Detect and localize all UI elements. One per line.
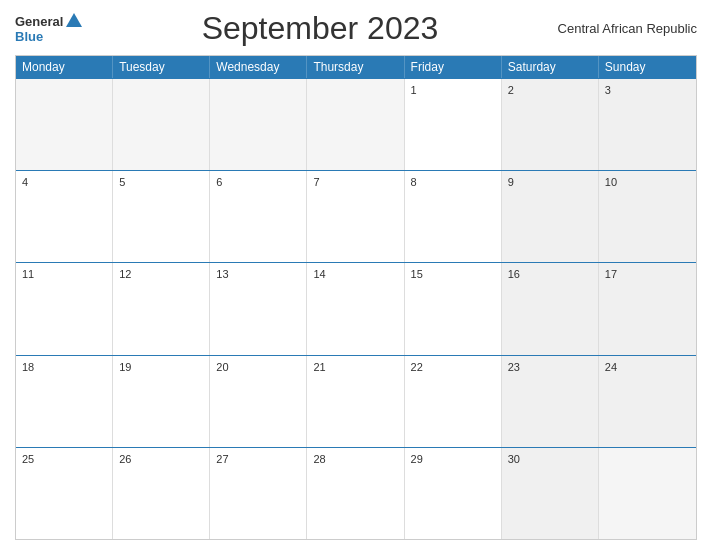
calendar-body: 1234567891011121314151617181920212223242… <box>16 78 696 539</box>
day-number: 15 <box>411 268 423 280</box>
week-row-2: 45678910 <box>16 170 696 262</box>
day-cell: 29 <box>405 448 502 539</box>
day-header-friday: Friday <box>405 56 502 78</box>
day-header-wednesday: Wednesday <box>210 56 307 78</box>
day-number: 26 <box>119 453 131 465</box>
day-number: 7 <box>313 176 319 188</box>
day-cell <box>210 79 307 170</box>
day-cell <box>599 448 696 539</box>
day-number: 25 <box>22 453 34 465</box>
logo: General Blue <box>15 14 82 44</box>
day-number: 3 <box>605 84 611 96</box>
day-number: 2 <box>508 84 514 96</box>
day-number: 23 <box>508 361 520 373</box>
day-cell: 17 <box>599 263 696 354</box>
day-number: 20 <box>216 361 228 373</box>
day-number: 5 <box>119 176 125 188</box>
header: General Blue September 2023 Central Afri… <box>15 10 697 47</box>
day-cell: 1 <box>405 79 502 170</box>
day-number: 21 <box>313 361 325 373</box>
day-header-tuesday: Tuesday <box>113 56 210 78</box>
day-header-sunday: Sunday <box>599 56 696 78</box>
day-cell: 20 <box>210 356 307 447</box>
week-row-1: 123 <box>16 78 696 170</box>
day-header-thursday: Thursday <box>307 56 404 78</box>
day-number: 28 <box>313 453 325 465</box>
day-cell: 15 <box>405 263 502 354</box>
logo-triangle-icon <box>66 13 82 27</box>
day-cell: 30 <box>502 448 599 539</box>
day-cell: 3 <box>599 79 696 170</box>
logo-general-text: General <box>15 14 63 29</box>
day-cell <box>307 79 404 170</box>
day-number: 10 <box>605 176 617 188</box>
day-cell: 11 <box>16 263 113 354</box>
calendar: MondayTuesdayWednesdayThursdayFridaySatu… <box>15 55 697 540</box>
day-number: 9 <box>508 176 514 188</box>
day-cell: 6 <box>210 171 307 262</box>
day-cell: 25 <box>16 448 113 539</box>
day-number: 19 <box>119 361 131 373</box>
day-cell: 14 <box>307 263 404 354</box>
day-cell: 5 <box>113 171 210 262</box>
week-row-4: 18192021222324 <box>16 355 696 447</box>
logo-blue-text: Blue <box>15 29 43 44</box>
day-number: 8 <box>411 176 417 188</box>
day-cell: 23 <box>502 356 599 447</box>
day-cell: 13 <box>210 263 307 354</box>
day-number: 13 <box>216 268 228 280</box>
day-cell: 9 <box>502 171 599 262</box>
day-number: 30 <box>508 453 520 465</box>
day-number: 1 <box>411 84 417 96</box>
day-number: 4 <box>22 176 28 188</box>
day-number: 12 <box>119 268 131 280</box>
day-cell: 10 <box>599 171 696 262</box>
day-number: 24 <box>605 361 617 373</box>
day-cell: 22 <box>405 356 502 447</box>
day-headers: MondayTuesdayWednesdayThursdayFridaySatu… <box>16 56 696 78</box>
day-number: 18 <box>22 361 34 373</box>
day-number: 11 <box>22 268 34 280</box>
day-cell: 8 <box>405 171 502 262</box>
day-number: 27 <box>216 453 228 465</box>
day-number: 22 <box>411 361 423 373</box>
calendar-page: General Blue September 2023 Central Afri… <box>0 0 712 550</box>
day-cell: 24 <box>599 356 696 447</box>
day-cell <box>16 79 113 170</box>
day-cell: 27 <box>210 448 307 539</box>
day-cell: 4 <box>16 171 113 262</box>
day-cell: 26 <box>113 448 210 539</box>
day-header-monday: Monday <box>16 56 113 78</box>
week-row-3: 11121314151617 <box>16 262 696 354</box>
day-number: 14 <box>313 268 325 280</box>
day-cell <box>113 79 210 170</box>
day-header-saturday: Saturday <box>502 56 599 78</box>
day-number: 6 <box>216 176 222 188</box>
week-row-5: 252627282930 <box>16 447 696 539</box>
country-label: Central African Republic <box>558 21 697 36</box>
day-cell: 7 <box>307 171 404 262</box>
day-cell: 28 <box>307 448 404 539</box>
day-cell: 18 <box>16 356 113 447</box>
day-cell: 16 <box>502 263 599 354</box>
day-number: 17 <box>605 268 617 280</box>
day-cell: 21 <box>307 356 404 447</box>
day-number: 16 <box>508 268 520 280</box>
day-number: 29 <box>411 453 423 465</box>
day-cell: 2 <box>502 79 599 170</box>
day-cell: 12 <box>113 263 210 354</box>
month-title: September 2023 <box>202 10 439 47</box>
day-cell: 19 <box>113 356 210 447</box>
